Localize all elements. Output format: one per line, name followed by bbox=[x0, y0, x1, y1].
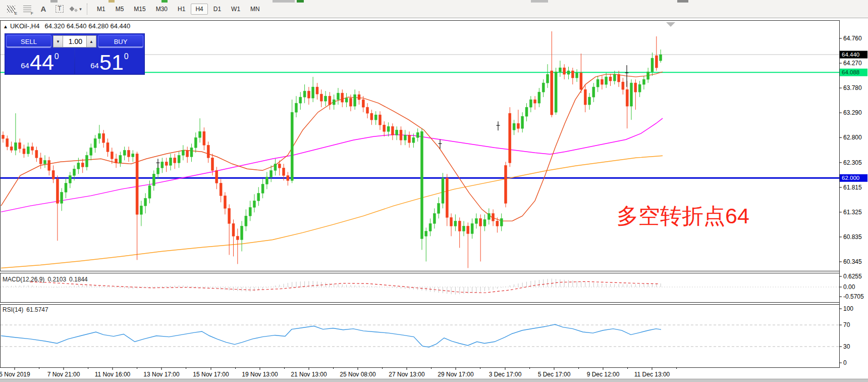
date-axis-label: 9 Dec 12:00 bbox=[587, 371, 620, 378]
macd-indicator-label: MACD(12,26,9)0.21030.1844 bbox=[3, 276, 91, 283]
symbol-period-label: UKOil-,H4 bbox=[10, 22, 40, 30]
sell-price-small: 64 bbox=[21, 61, 29, 70]
date-axis-label: 3 Dec 17:00 bbox=[489, 371, 522, 378]
macd-name: MACD(12,26,9) bbox=[3, 276, 44, 283]
rsi-indicator-label: RSI(14)61.5747 bbox=[3, 306, 51, 313]
buy-price-display[interactable]: 64 51 0 bbox=[75, 49, 144, 74]
svg-text:64.270: 64.270 bbox=[843, 60, 862, 67]
svg-text:0.6255: 0.6255 bbox=[843, 273, 862, 280]
date-axis-label: 25 Nov 08:00 bbox=[340, 371, 376, 378]
rsi-value: 61.5747 bbox=[26, 306, 48, 313]
svg-text:61.815: 61.815 bbox=[843, 184, 862, 191]
buy-button[interactable]: BUY bbox=[98, 35, 143, 48]
svg-text:63.780: 63.780 bbox=[843, 84, 862, 91]
macd-signal-value: 0.1844 bbox=[69, 276, 88, 283]
svg-text:60.835: 60.835 bbox=[843, 233, 862, 241]
date-axis-label: 27 Nov 13:00 bbox=[389, 371, 425, 378]
svg-text:100: 100 bbox=[843, 305, 853, 312]
date-axis-label: 13 Nov 17:00 bbox=[143, 371, 180, 378]
date-axis-label: 11 Nov 16:00 bbox=[95, 371, 131, 378]
trading-app-window: { "toolbar": { "tools": [ {"name":"pitch… bbox=[0, 0, 868, 382]
volume-decrease-button[interactable]: ▼ bbox=[53, 35, 63, 47]
date-axis-label: 5 Dec 17:00 bbox=[538, 371, 571, 378]
date-axis-label: 7 Nov 21:00 bbox=[47, 371, 80, 378]
svg-text:70: 70 bbox=[843, 321, 850, 328]
sell-button[interactable]: SELL bbox=[6, 35, 51, 48]
chart-title: ▲UKOil-,H464.320 64.540 64.280 64.440 bbox=[3, 22, 130, 30]
sell-price-sup: 0 bbox=[55, 52, 59, 61]
date-axis-label: 5 Nov 2019 bbox=[0, 371, 30, 378]
date-axis-label: 11 Dec 13:00 bbox=[634, 371, 670, 378]
volume-stepper: ▼ 1.00 ▲ bbox=[53, 35, 96, 47]
svg-text:62.000: 62.000 bbox=[842, 175, 859, 181]
svg-text:62.800: 62.800 bbox=[843, 134, 862, 141]
sell-price-display[interactable]: 64 44 0 bbox=[6, 49, 74, 74]
sell-price-big: 44 bbox=[30, 52, 54, 72]
scroll-to-end-icon[interactable] bbox=[666, 22, 675, 27]
ohlc-values: 64.320 64.540 64.280 64.440 bbox=[44, 22, 130, 30]
svg-text:0: 0 bbox=[843, 359, 847, 366]
buy-price-sup: 0 bbox=[124, 52, 129, 61]
volume-increase-button[interactable]: ▲ bbox=[86, 35, 96, 47]
svg-text:63.290: 63.290 bbox=[843, 109, 862, 116]
date-axis-label: 21 Nov 13:00 bbox=[291, 371, 327, 378]
svg-text:61.325: 61.325 bbox=[843, 209, 862, 216]
svg-text:30: 30 bbox=[843, 343, 850, 350]
date-axis-label: 19 Nov 13:00 bbox=[242, 371, 278, 378]
svg-text:62.305: 62.305 bbox=[843, 159, 862, 166]
macd-main-value: 0.2103 bbox=[47, 276, 66, 283]
date-axis-label: 29 Nov 17:00 bbox=[438, 371, 474, 378]
one-click-trading-panel: SELL ▼ 1.00 ▲ BUY 64 44 0 64 51 0 bbox=[5, 33, 145, 75]
svg-text:60.345: 60.345 bbox=[843, 258, 862, 265]
svg-text:-0.5705: -0.5705 bbox=[843, 293, 864, 300]
chart-annotation-text: 多空转折点64 bbox=[617, 204, 749, 228]
date-axis-label: 15 Nov 17:00 bbox=[193, 371, 229, 378]
svg-text:64.440: 64.440 bbox=[842, 52, 859, 58]
svg-text:64.760: 64.760 bbox=[843, 35, 862, 42]
buy-price-big: 51 bbox=[99, 52, 124, 72]
collapse-arrow-icon[interactable]: ▲ bbox=[3, 24, 8, 29]
svg-text:0.00: 0.00 bbox=[843, 283, 855, 291]
buy-price-small: 64 bbox=[90, 61, 99, 70]
svg-text:64.088: 64.088 bbox=[842, 69, 859, 75]
volume-input[interactable]: 1.00 bbox=[63, 35, 86, 47]
rsi-name: RSI(14) bbox=[3, 306, 23, 313]
